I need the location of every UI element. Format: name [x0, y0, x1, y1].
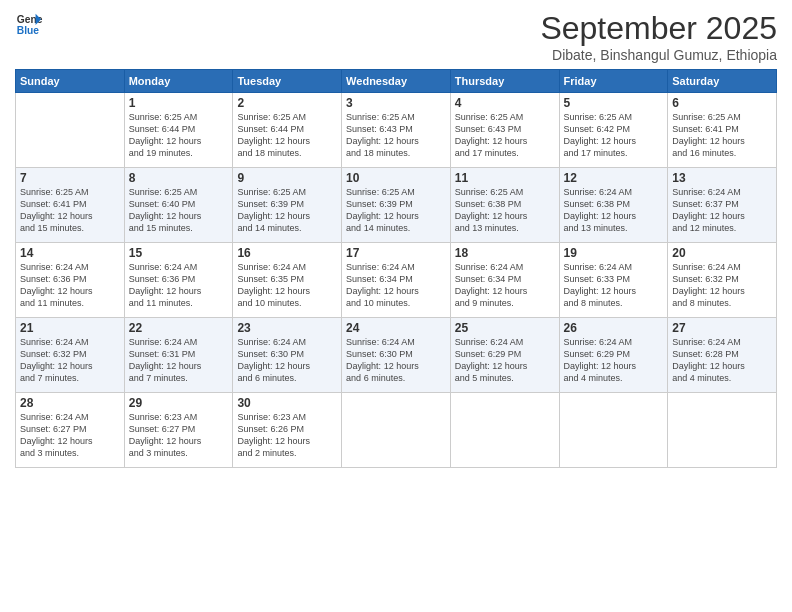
calendar-day-cell: 27Sunrise: 6:24 AMSunset: 6:28 PMDayligh… [668, 318, 777, 393]
day-info: Sunrise: 6:24 AMSunset: 6:33 PMDaylight:… [564, 261, 664, 310]
col-header-friday: Friday [559, 70, 668, 93]
calendar-day-cell: 21Sunrise: 6:24 AMSunset: 6:32 PMDayligh… [16, 318, 125, 393]
day-info: Sunrise: 6:24 AMSunset: 6:30 PMDaylight:… [346, 336, 446, 385]
day-number: 10 [346, 171, 446, 185]
day-number: 27 [672, 321, 772, 335]
col-header-monday: Monday [124, 70, 233, 93]
day-number: 4 [455, 96, 555, 110]
calendar-day-cell: 22Sunrise: 6:24 AMSunset: 6:31 PMDayligh… [124, 318, 233, 393]
calendar-day-cell: 29Sunrise: 6:23 AMSunset: 6:27 PMDayligh… [124, 393, 233, 468]
day-number: 14 [20, 246, 120, 260]
calendar-day-cell: 16Sunrise: 6:24 AMSunset: 6:35 PMDayligh… [233, 243, 342, 318]
day-number: 28 [20, 396, 120, 410]
calendar-day-cell: 19Sunrise: 6:24 AMSunset: 6:33 PMDayligh… [559, 243, 668, 318]
location: Dibate, Binshangul Gumuz, Ethiopia [540, 47, 777, 63]
calendar-day-cell: 20Sunrise: 6:24 AMSunset: 6:32 PMDayligh… [668, 243, 777, 318]
col-header-saturday: Saturday [668, 70, 777, 93]
day-number: 1 [129, 96, 229, 110]
calendar-day-cell: 11Sunrise: 6:25 AMSunset: 6:38 PMDayligh… [450, 168, 559, 243]
col-header-tuesday: Tuesday [233, 70, 342, 93]
logo-icon: General Blue [15, 10, 43, 38]
calendar-day-cell: 14Sunrise: 6:24 AMSunset: 6:36 PMDayligh… [16, 243, 125, 318]
day-info: Sunrise: 6:23 AMSunset: 6:26 PMDaylight:… [237, 411, 337, 460]
day-info: Sunrise: 6:24 AMSunset: 6:36 PMDaylight:… [129, 261, 229, 310]
day-info: Sunrise: 6:25 AMSunset: 6:39 PMDaylight:… [346, 186, 446, 235]
day-info: Sunrise: 6:25 AMSunset: 6:44 PMDaylight:… [129, 111, 229, 160]
title-block: September 2025 Dibate, Binshangul Gumuz,… [540, 10, 777, 63]
day-number: 29 [129, 396, 229, 410]
col-header-wednesday: Wednesday [342, 70, 451, 93]
day-info: Sunrise: 6:24 AMSunset: 6:36 PMDaylight:… [20, 261, 120, 310]
day-number: 2 [237, 96, 337, 110]
day-number: 21 [20, 321, 120, 335]
calendar-day-cell: 23Sunrise: 6:24 AMSunset: 6:30 PMDayligh… [233, 318, 342, 393]
calendar-day-cell: 24Sunrise: 6:24 AMSunset: 6:30 PMDayligh… [342, 318, 451, 393]
calendar-day-cell: 9Sunrise: 6:25 AMSunset: 6:39 PMDaylight… [233, 168, 342, 243]
calendar-day-cell: 17Sunrise: 6:24 AMSunset: 6:34 PMDayligh… [342, 243, 451, 318]
calendar-week-row: 14Sunrise: 6:24 AMSunset: 6:36 PMDayligh… [16, 243, 777, 318]
day-number: 8 [129, 171, 229, 185]
day-number: 6 [672, 96, 772, 110]
calendar-day-cell: 18Sunrise: 6:24 AMSunset: 6:34 PMDayligh… [450, 243, 559, 318]
calendar-week-row: 28Sunrise: 6:24 AMSunset: 6:27 PMDayligh… [16, 393, 777, 468]
calendar-day-cell: 7Sunrise: 6:25 AMSunset: 6:41 PMDaylight… [16, 168, 125, 243]
day-number: 26 [564, 321, 664, 335]
calendar-header-row: SundayMondayTuesdayWednesdayThursdayFrid… [16, 70, 777, 93]
day-number: 9 [237, 171, 337, 185]
calendar-week-row: 1Sunrise: 6:25 AMSunset: 6:44 PMDaylight… [16, 93, 777, 168]
calendar-day-cell: 26Sunrise: 6:24 AMSunset: 6:29 PMDayligh… [559, 318, 668, 393]
day-info: Sunrise: 6:24 AMSunset: 6:37 PMDaylight:… [672, 186, 772, 235]
calendar-day-cell: 15Sunrise: 6:24 AMSunset: 6:36 PMDayligh… [124, 243, 233, 318]
day-info: Sunrise: 6:25 AMSunset: 6:43 PMDaylight:… [346, 111, 446, 160]
day-info: Sunrise: 6:25 AMSunset: 6:41 PMDaylight:… [672, 111, 772, 160]
day-info: Sunrise: 6:25 AMSunset: 6:43 PMDaylight:… [455, 111, 555, 160]
day-info: Sunrise: 6:24 AMSunset: 6:34 PMDaylight:… [346, 261, 446, 310]
calendar-day-cell: 25Sunrise: 6:24 AMSunset: 6:29 PMDayligh… [450, 318, 559, 393]
calendar-day-cell: 13Sunrise: 6:24 AMSunset: 6:37 PMDayligh… [668, 168, 777, 243]
calendar-week-row: 21Sunrise: 6:24 AMSunset: 6:32 PMDayligh… [16, 318, 777, 393]
day-number: 18 [455, 246, 555, 260]
calendar-day-cell: 1Sunrise: 6:25 AMSunset: 6:44 PMDaylight… [124, 93, 233, 168]
calendar-table: SundayMondayTuesdayWednesdayThursdayFrid… [15, 69, 777, 468]
page-header: General Blue September 2025 Dibate, Bins… [15, 10, 777, 63]
day-number: 30 [237, 396, 337, 410]
calendar-empty-cell [559, 393, 668, 468]
day-info: Sunrise: 6:25 AMSunset: 6:42 PMDaylight:… [564, 111, 664, 160]
calendar-day-cell: 5Sunrise: 6:25 AMSunset: 6:42 PMDaylight… [559, 93, 668, 168]
month-title: September 2025 [540, 10, 777, 47]
day-info: Sunrise: 6:25 AMSunset: 6:40 PMDaylight:… [129, 186, 229, 235]
day-info: Sunrise: 6:24 AMSunset: 6:30 PMDaylight:… [237, 336, 337, 385]
calendar-empty-cell [668, 393, 777, 468]
day-info: Sunrise: 6:25 AMSunset: 6:44 PMDaylight:… [237, 111, 337, 160]
calendar-empty-cell [450, 393, 559, 468]
day-info: Sunrise: 6:25 AMSunset: 6:39 PMDaylight:… [237, 186, 337, 235]
day-info: Sunrise: 6:24 AMSunset: 6:32 PMDaylight:… [672, 261, 772, 310]
day-info: Sunrise: 6:24 AMSunset: 6:31 PMDaylight:… [129, 336, 229, 385]
day-number: 22 [129, 321, 229, 335]
day-info: Sunrise: 6:25 AMSunset: 6:38 PMDaylight:… [455, 186, 555, 235]
day-number: 13 [672, 171, 772, 185]
day-number: 20 [672, 246, 772, 260]
calendar-day-cell: 4Sunrise: 6:25 AMSunset: 6:43 PMDaylight… [450, 93, 559, 168]
calendar-day-cell: 30Sunrise: 6:23 AMSunset: 6:26 PMDayligh… [233, 393, 342, 468]
day-info: Sunrise: 6:24 AMSunset: 6:35 PMDaylight:… [237, 261, 337, 310]
col-header-thursday: Thursday [450, 70, 559, 93]
day-number: 7 [20, 171, 120, 185]
calendar-day-cell: 3Sunrise: 6:25 AMSunset: 6:43 PMDaylight… [342, 93, 451, 168]
day-info: Sunrise: 6:24 AMSunset: 6:32 PMDaylight:… [20, 336, 120, 385]
svg-text:Blue: Blue [17, 25, 40, 36]
calendar-week-row: 7Sunrise: 6:25 AMSunset: 6:41 PMDaylight… [16, 168, 777, 243]
day-number: 19 [564, 246, 664, 260]
day-number: 11 [455, 171, 555, 185]
calendar-empty-cell [16, 93, 125, 168]
day-number: 16 [237, 246, 337, 260]
day-info: Sunrise: 6:24 AMSunset: 6:29 PMDaylight:… [564, 336, 664, 385]
day-info: Sunrise: 6:24 AMSunset: 6:28 PMDaylight:… [672, 336, 772, 385]
day-info: Sunrise: 6:24 AMSunset: 6:34 PMDaylight:… [455, 261, 555, 310]
calendar-day-cell: 12Sunrise: 6:24 AMSunset: 6:38 PMDayligh… [559, 168, 668, 243]
day-number: 24 [346, 321, 446, 335]
day-number: 3 [346, 96, 446, 110]
day-number: 23 [237, 321, 337, 335]
day-info: Sunrise: 6:25 AMSunset: 6:41 PMDaylight:… [20, 186, 120, 235]
day-number: 5 [564, 96, 664, 110]
